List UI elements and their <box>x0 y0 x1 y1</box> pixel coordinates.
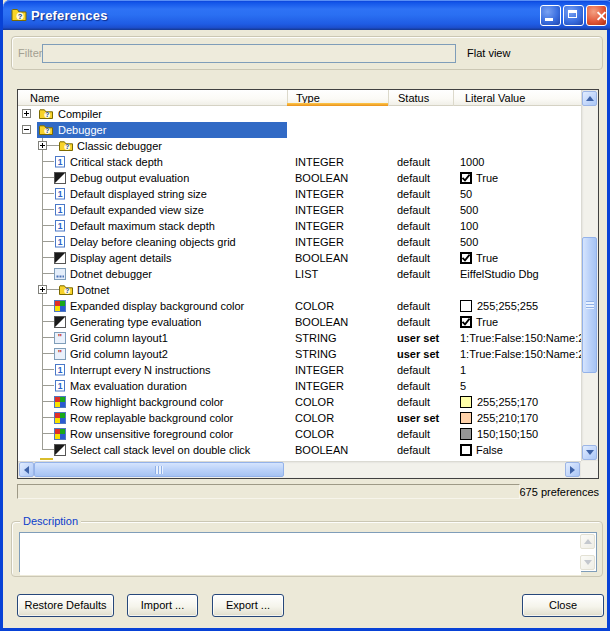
title-bar[interactable]: ? Preferences <box>3 0 610 30</box>
flat-view-toggle[interactable]: Flat view <box>467 47 510 59</box>
string-icon: " <box>54 332 68 344</box>
checkbox-checked-icon[interactable] <box>460 316 472 328</box>
color-icon <box>54 396 68 408</box>
horizontal-scrollbar-thumb[interactable] <box>34 462 284 477</box>
pref-row[interactable]: 1Critical stack depthINTEGERdefault1000 <box>18 154 581 170</box>
integer-icon: 1 <box>54 188 68 200</box>
pref-row[interactable]: "Grid column layout1STRINGuser set1:True… <box>18 330 581 346</box>
pref-row[interactable]: Expanded display background colorCOLORde… <box>18 298 581 314</box>
tree-connector-line <box>42 346 43 362</box>
pref-row[interactable]: ?Compiler <box>18 106 581 122</box>
pref-row[interactable]: 1Default maximum stack depthINTEGERdefau… <box>18 218 581 234</box>
tree-connector-line <box>42 433 54 434</box>
minimize-button[interactable] <box>540 5 561 26</box>
tree-connector-line <box>42 385 54 386</box>
pref-row[interactable]: 1Default displayed string sizeINTEGERdef… <box>18 186 581 202</box>
description-textarea[interactable] <box>20 533 581 575</box>
literal-value-text: 255;255;170 <box>477 396 538 408</box>
svg-text:?: ? <box>18 12 23 21</box>
color-icon <box>54 428 68 440</box>
export-button[interactable]: Export ... <box>212 594 284 617</box>
maximize-button[interactable] <box>563 5 584 26</box>
literal-value-text: 1000 <box>460 156 484 168</box>
tree-name-cell: ?Debugger <box>18 122 287 138</box>
literal-value-text: 1 <box>460 364 466 376</box>
scroll-down-button[interactable] <box>582 445 597 460</box>
tree-name-cell: Display agent details <box>18 250 287 266</box>
integer-icon: 1 <box>54 220 68 232</box>
close-window-button[interactable] <box>586 5 607 26</box>
pref-row[interactable]: 1Max evaluation durationINTEGERdefault5 <box>18 378 581 394</box>
checkbox-checked-icon[interactable] <box>460 252 472 264</box>
boolean-icon <box>54 316 68 328</box>
scroll-left-button[interactable] <box>19 462 34 477</box>
color-swatch <box>460 428 472 440</box>
expand-toggle[interactable] <box>38 285 47 294</box>
pref-type: BOOLEAN <box>295 442 348 458</box>
tree-connector-line <box>42 154 43 170</box>
restore-defaults-button[interactable]: Restore Defaults <box>17 594 114 617</box>
pref-literal: 100 <box>460 218 478 234</box>
svg-text:": " <box>58 348 62 358</box>
vertical-scrollbar[interactable] <box>581 90 598 461</box>
pref-row[interactable]: ?Classic debugger <box>18 138 581 154</box>
tree-name-cell: Row highlight background color <box>18 394 287 410</box>
vertical-scrollbar-thumb[interactable] <box>582 237 597 373</box>
expand-toggle[interactable] <box>38 141 47 150</box>
pref-row[interactable]: Debug output evaluationBOOLEANdefaultTru… <box>18 170 581 186</box>
checkbox-unchecked-icon[interactable] <box>460 444 472 456</box>
literal-value-text: True <box>476 172 498 184</box>
pref-row[interactable]: "Grid column layout2STRINGuser set1:True… <box>18 346 581 362</box>
pref-literal: 255;255;170 <box>460 394 538 410</box>
pref-row[interactable]: ?Dotnet <box>18 282 581 298</box>
column-header-status[interactable]: Status <box>388 90 453 106</box>
tree-name-cell: 1Critical stack depth <box>18 154 287 170</box>
tree-connector-line <box>42 298 43 314</box>
pref-row[interactable]: Row unsensitive foreground colorCOLORdef… <box>18 426 581 442</box>
filter-input[interactable] <box>42 44 456 63</box>
folder-icon: ? <box>39 108 53 120</box>
close-button[interactable]: Close <box>522 594 604 617</box>
literal-value-text: EiffelStudio Dbg <box>460 268 539 280</box>
svg-text:1: 1 <box>58 157 63 167</box>
pref-row[interactable]: Display agent detailsBOOLEANdefaultTrue <box>18 250 581 266</box>
horizontal-scrollbar[interactable] <box>18 461 581 478</box>
expand-toggle[interactable] <box>22 125 31 134</box>
tree-connector-line <box>42 417 54 418</box>
pref-row[interactable]: ?Debugger <box>18 122 581 138</box>
pref-literal: 1:True:False:150:Name:2: <box>460 346 581 362</box>
pref-row[interactable]: Dotnet debuggerLISTdefaultEiffelStudio D… <box>18 266 581 282</box>
pref-name: Grid column layout2 <box>70 346 168 362</box>
pref-row[interactable]: Row highlight background colorCOLORdefau… <box>18 394 581 410</box>
tree-connector-line <box>42 362 43 378</box>
pref-row[interactable]: 1Interrupt every N instructionsINTEGERde… <box>18 362 581 378</box>
pref-status: default <box>397 378 430 394</box>
import-button[interactable]: Import ... <box>127 594 198 617</box>
column-header-name[interactable]: Name <box>18 90 287 106</box>
pref-name: Max evaluation duration <box>70 378 187 394</box>
checkbox-checked-icon[interactable] <box>460 172 472 184</box>
tree-connector-line <box>42 337 54 338</box>
preferences-app-icon: ? <box>11 7 27 23</box>
string-icon: " <box>54 348 68 360</box>
pref-status: default <box>397 266 430 282</box>
folder-icon: ? <box>59 284 73 296</box>
tree-connector-line <box>42 250 43 266</box>
pref-row[interactable]: Generating type evaluationBOOLEANdefault… <box>18 314 581 330</box>
pref-row[interactable]: Select call stack level on double clickB… <box>18 442 581 458</box>
pref-row[interactable]: Row replayable background colorCOLORuser… <box>18 410 581 426</box>
pref-row[interactable]: 1Default expanded view sizeINTEGERdefaul… <box>18 202 581 218</box>
tree-name-cell: Generating type evaluation <box>18 314 287 330</box>
pref-literal: True <box>460 314 498 330</box>
pref-type: INTEGER <box>295 186 344 202</box>
pref-row[interactable]: 1Delay before cleaning objects gridINTEG… <box>18 234 581 250</box>
column-header-literal-value[interactable]: Literal Value <box>453 90 581 106</box>
scroll-right-button[interactable] <box>565 462 580 477</box>
expand-toggle[interactable] <box>22 109 31 118</box>
scroll-up-button[interactable] <box>582 91 597 106</box>
tree-connector-line <box>42 186 43 202</box>
pref-type: INTEGER <box>295 154 344 170</box>
pref-name: Dotnet <box>77 282 109 298</box>
literal-value-text: 255;255;255 <box>477 300 538 312</box>
window-title: Preferences <box>31 8 108 23</box>
